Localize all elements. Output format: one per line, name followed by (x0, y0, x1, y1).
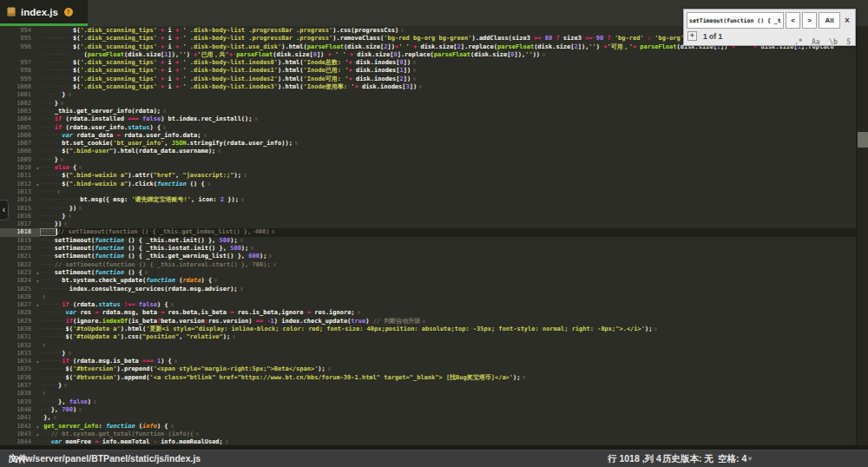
search-input[interactable] (687, 12, 784, 29)
code-line-1041[interactable]: 1041·}, (0, 414, 856, 422)
gutter-line-number[interactable]: 1024▾ (0, 277, 40, 285)
gutter-line-number[interactable] (0, 51, 40, 59)
code-line-1010[interactable]: 1010▾····else·{ (0, 164, 856, 172)
fold-toggle-icon[interactable]: ▾ (36, 164, 39, 172)
gutter-line-number[interactable]: 996 (0, 43, 40, 51)
code-line-1026[interactable]: 1026 (0, 293, 856, 301)
code-line-1036[interactable]: 1036·······$('#btversion').append('<a·cl… (0, 374, 856, 382)
code-line-1003[interactable]: 1003····_this.get_server_info(rdata); (0, 108, 856, 115)
gutter-line-number[interactable]: 1036 (0, 374, 40, 382)
code-line-1035[interactable]: 1035·······$('#btversion').prepend('<spa… (0, 365, 856, 373)
sidebar-collapse-button[interactable]: ‹ (0, 200, 9, 220)
code-line-1029[interactable]: 1029·······if(ignore.indexOf(is_beta?bet… (0, 318, 856, 326)
code-line-wrap[interactable]: ············(parseFloat(disk.size[1]),''… (0, 51, 856, 59)
code-line-1038[interactable]: 1038 (0, 390, 856, 398)
code-line-1042[interactable]: 1042▾·get_server_info:·function·(info)·{ (0, 423, 856, 431)
code-line-1027[interactable]: 1027▾······if·(rdata.status·!==·false)·{ (0, 301, 856, 309)
fold-toggle-icon[interactable]: ▾ (36, 277, 39, 285)
vertical-scrollbar[interactable] (856, 26, 868, 445)
case-sensitive-toggle[interactable]: Aa (812, 38, 820, 46)
gutter-line-number[interactable]: 1004 (0, 115, 40, 123)
gutter-line-number[interactable]: 1039 (0, 398, 40, 406)
gutter-line-number[interactable]: 994 (0, 27, 40, 35)
gutter-line-number[interactable]: 1005 (0, 124, 40, 132)
gutter-line-number[interactable]: 1000 (0, 83, 40, 91)
code-line-1001[interactable]: 1001······} (0, 91, 856, 99)
code-line-999[interactable]: 999·········$('.disk_scanning_tips'·+·i·… (0, 76, 856, 83)
code-line-1008[interactable]: 1008······$(".bind-user").html(rdata_dat… (0, 148, 856, 155)
code-line-1006[interactable]: 1006······var·rdata_data·=·rdata.user_in… (0, 132, 856, 140)
gutter-line-number[interactable]: 1006 (0, 132, 40, 140)
code-editor[interactable]: 994·········$('.disk_scanning_tips'·+·i·… (0, 26, 868, 445)
code-line-1007[interactable]: 1007······bt.set_cookie('bt_user_info',·… (0, 140, 856, 148)
code-line-1002[interactable]: 1002····} (0, 100, 856, 108)
code-line-1017[interactable]: 1017····}) (0, 220, 856, 228)
find-all-button[interactable]: All (819, 12, 840, 29)
code-line-1000[interactable]: 1000·········$('.disk_scanning_tips'·+·i… (0, 83, 856, 91)
code-line-1004[interactable]: 1004····if·(rdata.installed·===·false)·b… (0, 115, 856, 123)
gutter-line-number[interactable]: 1035 (0, 365, 40, 373)
code-line-1018[interactable]: 1018····//·setTimeout(function·()·{·_thi… (0, 228, 856, 236)
gutter-line-number[interactable]: 1033 (0, 350, 40, 358)
gutter-line-number[interactable]: 1027▾ (0, 301, 40, 309)
code-line-1032[interactable]: 1032 (0, 342, 856, 350)
gutter-line-number[interactable]: 1041 (0, 414, 40, 422)
gutter-line-number[interactable]: 1003 (0, 108, 40, 115)
code-line-1019[interactable]: 1019····setTimeout(function·()·{·_this.n… (0, 237, 856, 245)
gutter-line-number[interactable]: 1032 (0, 342, 40, 350)
fold-toggle-icon[interactable]: ▾ (36, 431, 39, 438)
gutter-line-number[interactable]: 1042▾ (0, 423, 40, 431)
gutter-line-number[interactable]: 1023▾ (0, 269, 40, 277)
gutter-line-number[interactable]: 1038 (0, 390, 40, 398)
gutter-line-number[interactable]: 1013 (0, 188, 40, 196)
gutter-line-number[interactable]: 1010▾ (0, 164, 40, 172)
code-line-1016[interactable]: 1016······} (0, 213, 856, 220)
code-line-1030[interactable]: 1030·······$('#toUpdate·a').html('更新<i·s… (0, 326, 856, 333)
toggle-replace-button[interactable]: + (687, 31, 697, 41)
gutter-line-number[interactable]: 1012▾ (0, 181, 40, 188)
code-line-1043[interactable]: 1043▾···//·bt.system.get_total(function·… (0, 431, 856, 438)
gutter-line-number[interactable]: 997 (0, 59, 40, 67)
history-versions[interactable]: 历史版本: 无 (662, 451, 713, 467)
gutter-line-number[interactable]: 1025 (0, 286, 40, 293)
gutter-line-number[interactable]: 1037 (0, 382, 40, 390)
gutter-line-number[interactable]: 1029 (0, 318, 40, 326)
code-line-1014[interactable]: 1014···········bt.msg({·msg:·'请先绑定宝塔账号!'… (0, 196, 856, 204)
gutter-line-number[interactable]: 1008 (0, 148, 40, 155)
gutter-line-number[interactable]: 1002 (0, 100, 40, 108)
whole-word-toggle[interactable]: \b (829, 38, 838, 46)
find-previous-button[interactable]: < (786, 12, 800, 29)
code-line-1025[interactable]: 1025········index.consultancy_services(r… (0, 286, 856, 293)
code-line-1031[interactable]: 1031·······$('#toUpdate·a').css("positio… (0, 333, 856, 341)
gutter-line-number[interactable]: 1018 (0, 228, 40, 236)
code-line-1021[interactable]: 1021····setTimeout(function·()·{·_this.g… (0, 253, 856, 260)
gutter-line-number[interactable]: 1026 (0, 293, 40, 301)
code-line-1040[interactable]: 1040···},·700) (0, 406, 856, 414)
code-line-1009[interactable]: 1009····} (0, 156, 856, 164)
code-line-1037[interactable]: 1037·····} (0, 382, 856, 390)
code-line-1039[interactable]: 1039·····},·false) (0, 398, 856, 406)
gutter-line-number[interactable]: 1031 (0, 333, 40, 341)
vertical-scrollbar-thumb[interactable] (858, 132, 868, 148)
code-line-1024[interactable]: 1024▾······bt.system.check_update(functi… (0, 277, 856, 285)
gutter-line-number[interactable]: 1007 (0, 140, 40, 148)
code-line-1015[interactable]: 1015········}) (0, 205, 856, 213)
gutter-line-number[interactable]: 1034▾ (0, 358, 40, 365)
gutter-line-number[interactable]: 1022 (0, 261, 40, 269)
find-next-button[interactable]: > (802, 12, 817, 29)
gutter-line-number[interactable]: 1001 (0, 91, 40, 99)
gutter-line-number[interactable]: 1009 (0, 156, 40, 164)
gutter-line-number[interactable]: 998 (0, 67, 40, 75)
search-in-selection-toggle[interactable]: S (846, 38, 851, 46)
regex-toggle[interactable]: .* (794, 38, 803, 46)
code-line-997[interactable]: 997·········$('.disk_scanning_tips'·+·i·… (0, 59, 856, 67)
code-line-1020[interactable]: 1020····setTimeout(function·()·{·_this.i… (0, 245, 856, 253)
code-line-1034[interactable]: 1034▾······if·(rdata.msg.is_beta·===·1)·… (0, 358, 856, 365)
close-search-icon[interactable]: × (842, 12, 852, 29)
fold-toggle-icon[interactable]: ▾ (36, 358, 39, 365)
code-line-1023[interactable]: 1023▾····setTimeout(function·()·{ (0, 269, 856, 277)
code-line-998[interactable]: 998·········$('.disk_scanning_tips'·+·i·… (0, 67, 856, 75)
code-line-1012[interactable]: 1012▾······$(".bind-weixin·a").click(fun… (0, 181, 856, 188)
gutter-line-number[interactable]: 1020 (0, 245, 40, 253)
gutter-line-number[interactable]: 1021 (0, 253, 40, 260)
